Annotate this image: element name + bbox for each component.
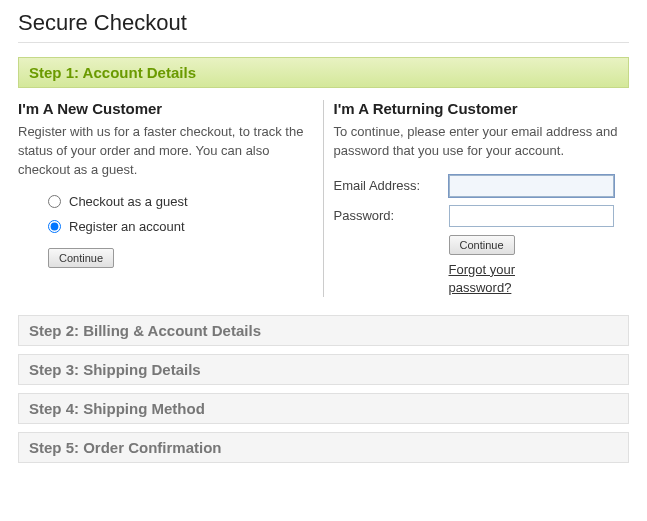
forgot-password-link[interactable]: Forgot your password? [449,261,549,297]
returning-actions: Continue Forgot your password? [449,235,630,297]
new-customer-panel: I'm A New Customer Register with us for … [18,100,324,297]
email-field-row: Email Address: [334,175,630,197]
password-input[interactable] [449,205,614,227]
returning-customer-description: To continue, please enter your email add… [334,123,630,161]
page-title: Secure Checkout [18,10,629,43]
step-5-header[interactable]: Step 5: Order Confirmation [18,432,629,463]
step-1-header[interactable]: Step 1: Account Details [18,57,629,88]
returning-continue-button[interactable]: Continue [449,235,515,255]
email-input[interactable] [449,175,614,197]
returning-customer-heading: I'm A Returning Customer [334,100,630,117]
guest-checkout-label: Checkout as a guest [69,194,188,209]
new-customer-heading: I'm A New Customer [18,100,313,117]
email-label: Email Address: [334,178,449,193]
register-account-radio[interactable] [48,220,61,233]
register-account-label: Register an account [69,219,185,234]
register-account-option[interactable]: Register an account [48,219,313,234]
step-4-header[interactable]: Step 4: Shipping Method [18,393,629,424]
guest-checkout-radio[interactable] [48,195,61,208]
returning-customer-panel: I'm A Returning Customer To continue, pl… [324,100,630,297]
guest-checkout-option[interactable]: Checkout as a guest [48,194,313,209]
new-customer-description: Register with us for a faster checkout, … [18,123,313,180]
step-2-header[interactable]: Step 2: Billing & Account Details [18,315,629,346]
step-3-header[interactable]: Step 3: Shipping Details [18,354,629,385]
checkout-type-radio-group: Checkout as a guest Register an account [48,194,313,234]
step-1-body: I'm A New Customer Register with us for … [18,96,629,315]
password-label: Password: [334,208,449,223]
new-customer-continue-button[interactable]: Continue [48,248,114,268]
password-field-row: Password: [334,205,630,227]
